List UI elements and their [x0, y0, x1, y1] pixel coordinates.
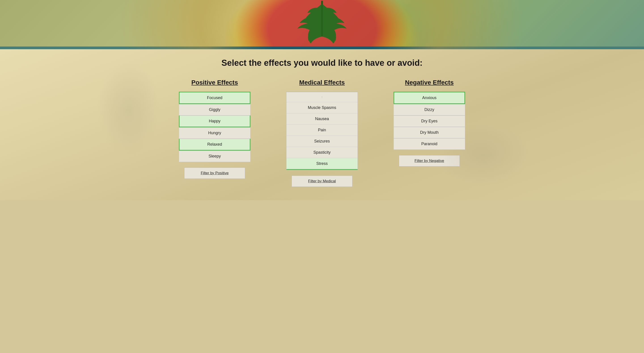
header-banner — [0, 0, 644, 49]
filter-by-negative-button[interactable]: Filter by Negative — [399, 155, 460, 166]
medical-effect-item[interactable]: Muscle Spasms — [286, 102, 358, 113]
medical-effect-item[interactable]: ↑ — [286, 92, 358, 102]
medical-effect-item[interactable]: Pain — [286, 125, 358, 136]
positive-effect-item[interactable]: Focused — [179, 92, 250, 104]
negative-effect-item[interactable]: Anxious — [394, 92, 465, 104]
filter-by-medical-button[interactable]: Filter by Medical — [292, 176, 352, 187]
positive-effect-item[interactable]: Sleepy — [179, 151, 250, 162]
medical-effects-column: Medical Effects ↑Muscle SpasmsNauseaPain… — [286, 79, 358, 187]
medical-effects-heading: Medical Effects — [299, 79, 345, 86]
negative-effect-item[interactable]: Dizzy — [394, 104, 465, 115]
leaf-image — [286, 1, 358, 44]
header-stripe — [0, 47, 644, 49]
positive-effects-list: FocusedGigglyHappyHungryRelaxedSleepy — [179, 92, 250, 162]
positive-effect-item[interactable]: Happy — [179, 115, 250, 127]
positive-effect-item[interactable]: Hungry — [179, 127, 250, 139]
medical-effect-item[interactable]: Seizures — [286, 136, 358, 147]
medical-effect-item[interactable]: Spasticity — [286, 147, 358, 158]
positive-effect-item[interactable]: Relaxed — [179, 139, 250, 151]
negative-effect-item[interactable]: Dry Eyes — [394, 115, 465, 127]
columns-container: Positive Effects FocusedGigglyHappyHungr… — [166, 79, 478, 187]
positive-effects-column: Positive Effects FocusedGigglyHappyHungr… — [179, 79, 250, 179]
negative-effects-heading: Negative Effects — [405, 79, 454, 86]
medical-effect-item[interactable]: Stress — [286, 158, 358, 170]
page-title: Select the effects you would like to hav… — [4, 58, 640, 68]
medical-effects-list: ↑Muscle SpasmsNauseaPainSeizuresSpastici… — [286, 92, 358, 170]
negative-effects-column: Negative Effects AnxiousDizzyDry EyesDry… — [394, 79, 465, 166]
negative-effects-list: AnxiousDizzyDry EyesDry MouthParanoid — [394, 92, 465, 150]
positive-effect-item[interactable]: Giggly — [179, 104, 250, 115]
medical-effect-item[interactable]: Nausea — [286, 113, 358, 125]
filter-by-positive-button[interactable]: Filter by Positive — [184, 168, 245, 179]
positive-effects-heading: Positive Effects — [192, 79, 238, 86]
negative-effect-item[interactable]: Dry Mouth — [394, 127, 465, 138]
main-content: Select the effects you would like to hav… — [0, 49, 644, 200]
negative-effect-item[interactable]: Paranoid — [394, 138, 465, 150]
